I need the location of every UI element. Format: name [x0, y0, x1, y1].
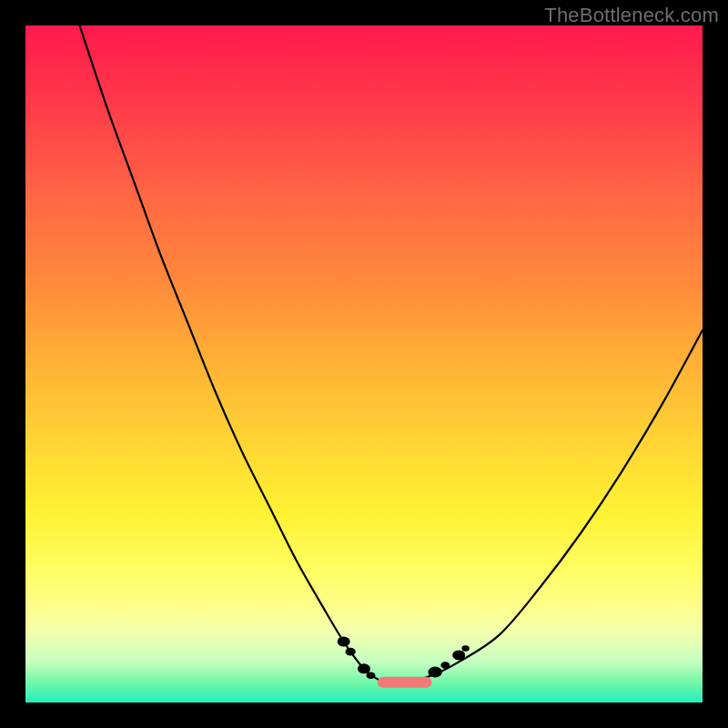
bead	[338, 637, 350, 647]
bottleneck-curve	[80, 25, 703, 683]
bead-bar	[378, 677, 432, 688]
bead	[428, 666, 441, 677]
plot-area	[25, 25, 703, 703]
bead	[461, 645, 469, 652]
bead	[346, 648, 356, 656]
bead	[440, 662, 450, 669]
chart-frame: TheBottleneck.com	[0, 0, 728, 728]
bead	[367, 672, 376, 679]
curve-svg	[25, 25, 703, 703]
watermark-text: TheBottleneck.com	[544, 4, 719, 27]
bead	[452, 650, 465, 660]
bead	[358, 663, 370, 673]
